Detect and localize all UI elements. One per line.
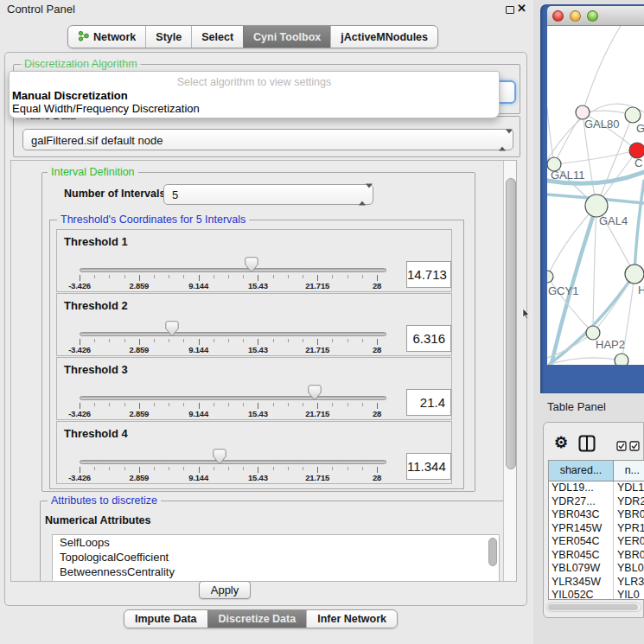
table-row[interactable]: YBL079WYBL0	[549, 562, 644, 576]
threshold-row: Threshold 2-3.4262.8599.14415.4321.71528…	[56, 293, 452, 356]
algorithm-option-manual[interactable]: Manual Discretization	[12, 89, 128, 102]
tick-mark	[109, 467, 110, 470]
tick-mark	[317, 403, 318, 409]
network-edge[interactable]	[554, 150, 637, 164]
table-row[interactable]: YLR345WYLR3	[549, 576, 644, 590]
table-settings-gear-icon[interactable]: ⚙	[554, 433, 568, 452]
apply-button[interactable]: Apply	[199, 581, 251, 599]
network-edge[interactable]	[593, 206, 596, 333]
attribute-list-item[interactable]: BetweennessCentrality	[53, 564, 499, 579]
float-window-icon[interactable]	[506, 6, 514, 14]
cell-name: YBR0	[614, 549, 644, 563]
tab-discretize-data[interactable]: Discretize Data	[207, 610, 307, 628]
horizontal-scrollbar[interactable]	[546, 603, 641, 612]
column-header-name[interactable]: n...	[614, 461, 644, 481]
tab-cyni-toolbox[interactable]: Cyni Toolbox	[243, 26, 330, 48]
attribute-list-item[interactable]: SelfLoops	[53, 535, 499, 550]
table-row[interactable]: YIL052CYIL0	[549, 589, 644, 600]
split-panel-icon[interactable]	[578, 435, 596, 456]
attribute-list-item[interactable]: TopologicalCoefficient	[53, 550, 499, 564]
slider-track[interactable]	[80, 268, 386, 272]
network-node[interactable]	[615, 354, 628, 365]
network-edge[interactable]	[547, 206, 596, 277]
tick-mark	[124, 275, 125, 278]
threshold-value-field[interactable]: 21.4	[406, 389, 451, 416]
tick-mark	[139, 467, 140, 473]
tick-mark	[243, 403, 244, 406]
horizontal-scrollbar-thumb[interactable]	[548, 604, 638, 610]
tab-network[interactable]: Network	[68, 26, 145, 48]
tick-mark	[228, 275, 229, 278]
table-row[interactable]: YER054CYER0	[549, 535, 644, 549]
tick-label: 21.715	[298, 473, 336, 482]
threshold-value-field[interactable]: 11.344	[406, 453, 451, 480]
control-panel-titlebar: Control Panel ✕	[0, 0, 533, 19]
tick-mark	[362, 467, 363, 470]
slider-handle[interactable]	[245, 257, 258, 273]
tick-mark	[139, 275, 140, 281]
tick-mark	[169, 403, 169, 406]
tick-label: 15.43	[239, 281, 277, 290]
numerical-attributes-list[interactable]: SelfLoopsTopologicalCoefficientBetweenne…	[52, 534, 500, 582]
table-row[interactable]: YPR145WYPR1	[549, 522, 644, 536]
tick-mark	[80, 467, 80, 473]
node-attribute-table[interactable]: shared...n...YDL19...YDL1YDR27...YDR2YBR…	[548, 460, 644, 600]
tab-select[interactable]: Select	[191, 26, 243, 48]
cell-shared-name: YBR043C	[549, 508, 614, 522]
network-canvas[interactable]: GAL80GACGAL11GAL4GCY1HHAP2	[547, 26, 644, 365]
slider-handle[interactable]	[308, 385, 322, 401]
threshold-value-field[interactable]: 6.316	[406, 325, 451, 352]
column-header-shared-name[interactable]: shared...	[549, 461, 614, 481]
tick-label: 2.859	[120, 409, 158, 418]
table-row[interactable]: YDL19...YDL1	[549, 481, 644, 495]
tick-label: 15.43	[239, 473, 277, 482]
close-light-icon[interactable]	[552, 10, 564, 22]
minimize-light-icon[interactable]	[570, 10, 581, 22]
network-edge[interactable]	[547, 108, 554, 164]
slider-handle[interactable]	[213, 449, 226, 465]
slider-track[interactable]	[80, 460, 386, 464]
tick-mark	[109, 403, 110, 406]
network-node[interactable]	[625, 265, 644, 284]
threshold-label: Threshold 4	[64, 427, 128, 440]
select-none-checkbox-icon[interactable]	[629, 439, 640, 455]
discretization-algorithm-label: Discretization Algorithm	[21, 58, 141, 70]
tab-infer-network[interactable]: Infer Network	[306, 610, 397, 628]
zoom-light-icon[interactable]	[587, 10, 598, 22]
table-row[interactable]: YBR045CYBR0	[549, 549, 644, 563]
network-edge[interactable]	[554, 112, 583, 164]
slider-track[interactable]	[80, 396, 386, 400]
tick-label: 28	[358, 345, 396, 354]
network-node[interactable]	[625, 107, 641, 123]
tab-impute-data[interactable]: Impute Data	[124, 610, 207, 628]
select-all-checkbox-icon[interactable]	[616, 439, 627, 455]
tab-jactivemnodules[interactable]: jActiveMNodules	[330, 26, 437, 48]
network-edge[interactable]	[583, 26, 621, 112]
table-data-combobox[interactable]: galFiltered.sif default node	[22, 129, 513, 150]
tick-mark	[332, 403, 333, 406]
network-edge[interactable]	[634, 181, 644, 274]
tick-mark	[348, 339, 348, 342]
slider-handle[interactable]	[165, 321, 179, 337]
algorithm-option-equal-width[interactable]: Equal Width/Frequency Discretization	[12, 102, 200, 115]
network-node[interactable]	[547, 271, 553, 283]
list-scrollbar-thumb[interactable]	[488, 538, 497, 566]
attributes-group: Attributes to discretize Numerical Attri…	[40, 501, 514, 582]
close-icon[interactable]: ✕	[517, 2, 526, 15]
tick-mark	[199, 339, 200, 345]
cell-shared-name: YBR045C	[549, 549, 614, 563]
table-row[interactable]: YDR27...YDR2	[549, 495, 644, 509]
tab-style[interactable]: Style	[145, 26, 191, 48]
tick-mark	[183, 339, 184, 342]
vertical-scrollbar-thumb[interactable]	[506, 178, 516, 469]
thresholds-group-label: Threshold's Coordinates for 5 Intervals	[57, 214, 249, 226]
tick-mark	[273, 339, 274, 342]
slider-track[interactable]	[80, 332, 386, 336]
tick-mark	[377, 275, 378, 281]
table-row[interactable]: YBR043CYBR0	[549, 508, 644, 522]
threshold-value-field[interactable]: 14.713	[406, 261, 451, 288]
network-edge[interactable]	[548, 358, 622, 365]
number-of-intervals-combobox[interactable]: 5	[163, 184, 373, 205]
cell-name: YDL1	[614, 481, 644, 495]
vertical-scrollbar[interactable]	[503, 161, 517, 582]
